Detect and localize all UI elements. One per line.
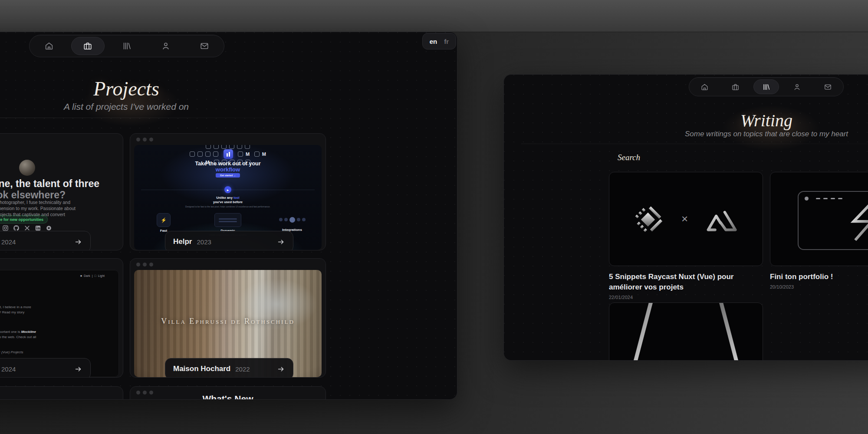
nav-item-projects[interactable] (720, 78, 751, 96)
helpr-cta-button: Get started → (216, 173, 240, 178)
darksite-text-line: ? Read my story (0, 310, 24, 314)
header-divider (0, 118, 290, 118)
person-icon (793, 83, 801, 91)
helpr-tagline-line1: Unlike any tool (134, 196, 322, 200)
article-date: 20/10/2023 (770, 284, 868, 289)
home-icon (44, 41, 54, 51)
article-card-ladder[interactable] (609, 302, 763, 361)
search-input[interactable]: Search (618, 153, 640, 162)
nav-item-about[interactable] (146, 35, 185, 57)
briefcase-icon (731, 83, 740, 91)
availability-label: Available for new opportunities (0, 217, 43, 222)
helpr-tagline-line2: you've used before (134, 200, 322, 204)
darksite-text-line: o the web. Check out all (0, 335, 36, 339)
profile-heading-line1: y of one, the talent of three (0, 178, 99, 190)
darksite-text-line: it, I believe in a more (0, 305, 31, 309)
window-dots-icon (136, 138, 153, 141)
instagram-icon (2, 225, 9, 231)
project-card-partial[interactable] (0, 386, 123, 400)
writing-window: Writing Some writings on topics that are… (503, 74, 868, 361)
project-card-footer: 2024 (0, 358, 91, 378)
window-dots-icon (136, 263, 153, 266)
project-card-footer: 2024 (0, 231, 91, 250)
integration-dots-icon (279, 213, 306, 226)
main-nav (689, 77, 844, 96)
library-icon (122, 41, 132, 51)
language-en[interactable]: en (430, 38, 437, 45)
helpr-hero-highlight: workflow (134, 166, 322, 173)
availability-badge: Available for new opportunities (0, 215, 48, 224)
nav-item-writing[interactable] (107, 35, 146, 57)
maison-overlay-title: Villa Ephrussi de Rothschild (134, 317, 322, 326)
page-subtitle: Some writings on topics that are close t… (504, 130, 868, 138)
linkedin-icon (35, 225, 41, 231)
main-nav (29, 35, 224, 57)
project-year: 2024 (1, 365, 16, 373)
menu-dashes-icon (816, 198, 842, 199)
nav-item-contact[interactable] (185, 35, 224, 57)
article-cover (770, 172, 868, 266)
github-icon (13, 225, 20, 231)
nav-item-about[interactable] (782, 78, 812, 96)
page-title: Writing (504, 110, 868, 131)
home-icon (700, 83, 709, 91)
page-title: Projects (0, 77, 457, 100)
app-icons-row: M M (134, 149, 322, 159)
project-year: 2022 (235, 365, 250, 373)
project-card-whatsnew[interactable]: What's New (130, 386, 326, 400)
project-year: 2023 (197, 238, 211, 246)
nav-item-home[interactable] (30, 35, 69, 57)
article-card-raycast-nuxt[interactable]: × 5 Snippets Raycast Nuxt (Vue) pour amé… (609, 172, 763, 300)
square-empty-icon: □ (95, 274, 96, 277)
skeleton-card-icon (214, 213, 241, 227)
social-dot-icon (46, 225, 52, 231)
header-divider (521, 144, 868, 144)
darksite-text-line: r (Vue) Projects (0, 350, 23, 354)
terminal-window-icon (798, 191, 868, 250)
project-name: Maison Hochard (173, 365, 230, 373)
article-title: Fini ton portfolio ! (770, 272, 868, 282)
social-links (2, 225, 52, 231)
avatar (19, 160, 35, 176)
play-icon: ▶ (224, 186, 231, 193)
project-name: Helpr (173, 237, 192, 246)
arrow-right-icon[interactable] (74, 365, 82, 373)
desktop-top-band (0, 0, 868, 32)
project-card-profile[interactable]: y of one, the talent of three y look els… (0, 133, 123, 250)
nav-item-home[interactable] (689, 78, 720, 96)
gmail-icon: M (246, 151, 250, 157)
x-twitter-icon (24, 225, 30, 231)
lightning-bolt-icon (842, 198, 868, 246)
project-card-darksite[interactable]: ■ Dark | □ Light it, I believe in a more… (0, 258, 123, 378)
nuxt-logo-icon (703, 205, 743, 233)
screenshot-stage: en fr Projects A list of projects I've w… (0, 0, 868, 434)
nav-item-writing[interactable] (751, 78, 782, 96)
projects-window: en fr Projects A list of projects I've w… (0, 32, 457, 400)
article-cover (609, 302, 763, 361)
arrow-right-icon[interactable] (74, 238, 82, 246)
article-card-portfolio[interactable]: Fini ton portfolio ! 20/10/2023 (770, 172, 868, 289)
profile-body-line1: t director and photographer, I fuse tech… (0, 200, 70, 205)
arrow-right-icon[interactable] (277, 365, 285, 373)
darksite-text-line: portant one is Mockline (0, 330, 36, 334)
profile-heading-line2: y look elsewhere? (0, 189, 66, 201)
project-card-footer: Helpr 2023 (165, 231, 293, 250)
square-filled-icon: ■ (80, 274, 82, 277)
window-dot-icon (805, 197, 809, 201)
whatsnew-heading: What's New (130, 394, 326, 400)
theme-toggle: ■ Dark | □ Light (80, 274, 105, 277)
profile-body-line2: ring a unique dimension to my work. Pass… (0, 206, 76, 211)
multiply-icon: × (681, 212, 688, 226)
ladder-icon (609, 302, 763, 361)
window-dots-icon (136, 391, 153, 395)
project-card-maison[interactable]: Villa Ephrussi de Rothschild Maison Hoch… (130, 258, 326, 378)
gmail-icon: M (262, 151, 266, 157)
language-fr[interactable]: fr (444, 38, 449, 45)
nav-item-projects[interactable] (69, 35, 108, 57)
nav-item-contact[interactable] (812, 78, 843, 96)
arrow-right-icon[interactable] (277, 238, 285, 246)
library-icon (762, 83, 770, 91)
article-date: 22/01/2024 (609, 295, 763, 300)
project-card-helpr[interactable]: M M M Take the work out of your workflow… (130, 133, 326, 250)
project-card-footer: Maison Hochard 2022 (165, 358, 293, 378)
